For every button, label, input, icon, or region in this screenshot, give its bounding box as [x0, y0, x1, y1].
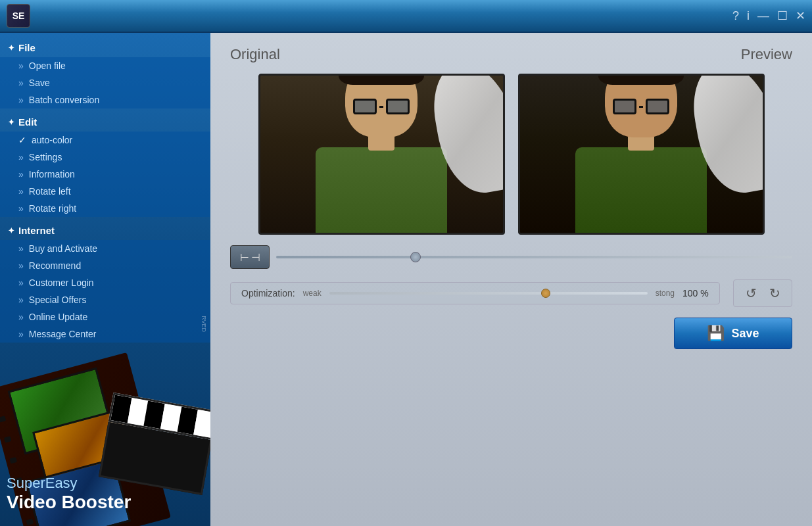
sidebar-item-buy-activate[interactable]: » Buy and Activate [0, 240, 210, 257]
save-label: Save [731, 327, 759, 341]
optimization-row: Optimization: weak stong 100 % ↺ ↻ [224, 279, 799, 307]
app-logo: SE [7, 4, 30, 28]
check-icon: ✓ [18, 135, 26, 145]
menu-items-file: » Open file » Save » Batch conversion [0, 57, 210, 108]
original-video-panel [258, 74, 505, 235]
sidebar-item-label: Information [29, 169, 75, 179]
sidebar-item-label: Rotate left [29, 186, 71, 197]
redo-button[interactable]: ↻ [764, 284, 785, 302]
bullet-icon: » [18, 95, 24, 105]
optimization-percent: 100 % [682, 288, 709, 299]
info-button[interactable]: i [747, 10, 750, 22]
optimization-slider-thumb[interactable] [541, 289, 550, 298]
sidebar-item-label: Rotate right [29, 203, 76, 214]
title-bar-left: SE [7, 4, 30, 28]
sidebar-item-open-file[interactable]: » Open file [0, 57, 210, 74]
undo-button[interactable]: ↺ [740, 284, 761, 302]
bullet-icon: » [18, 295, 24, 305]
sidebar-item-label: Batch conversion [29, 95, 99, 105]
chevron-icon: ✦ [8, 43, 14, 53]
save-row: 💾 Save [224, 318, 799, 349]
sidebar-item-label: Buy and Activate [29, 243, 97, 254]
brand-product: Video Booster [7, 492, 131, 513]
bullet-icon: » [18, 260, 24, 271]
menu-section-edit: ✦ Edit ✓ auto-color » Settings » Informa… [0, 112, 210, 217]
optimization-slider-track[interactable] [329, 292, 648, 295]
crop-left-icon: ⊢ [240, 251, 249, 264]
save-button[interactable]: 💾 Save [674, 318, 792, 349]
bullet-icon: » [18, 277, 24, 288]
menu-header-internet[interactable]: ✦ Internet [0, 221, 210, 240]
content-area: Original Preview [210, 33, 812, 526]
title-bar-controls: ? i — ☐ ✕ [732, 10, 805, 22]
optimization-label: Optimization: [241, 288, 295, 299]
video-panels [224, 74, 799, 235]
bullet-icon: » [18, 243, 24, 254]
chevron-icon: ✦ [8, 118, 14, 127]
preview-header: Original Preview [224, 46, 799, 63]
original-label: Original [230, 46, 280, 63]
sidebar-item-customer-login[interactable]: » Customer Login [0, 274, 210, 291]
sidebar-item-label: Save [29, 78, 50, 88]
optimization-weak-label: weak [303, 289, 322, 298]
menu-internet-label: Internet [18, 225, 55, 236]
menu-edit-label: Edit [18, 116, 37, 128]
brand-text: SuperEasy Video Booster [7, 475, 131, 513]
preview-video-content [520, 76, 763, 233]
sidebar-item-label: Customer Login [29, 277, 94, 288]
sidebar-item-recommend[interactable]: » Recommend [0, 257, 210, 274]
menu-header-edit[interactable]: ✦ Edit [0, 112, 210, 132]
bullet-icon: » [18, 60, 24, 71]
sidebar-item-rotate-right[interactable]: » Rotate right [0, 200, 210, 217]
undo-redo-box: ↺ ↻ [733, 279, 792, 307]
maximize-button[interactable]: ☐ [777, 10, 788, 22]
bullet-icon: » [18, 152, 24, 162]
sidebar-item-rotate-left[interactable]: » Rotate left [0, 183, 210, 200]
timeline-slider-container[interactable] [276, 245, 792, 269]
optimization-box: Optimization: weak stong 100 % [230, 282, 720, 304]
sidebar-item-settings[interactable]: » Settings [0, 149, 210, 166]
sidebar-item-label: auto-color [32, 135, 72, 145]
title-bar: SE ? i — ☐ ✕ [0, 0, 812, 33]
chevron-icon: ✦ [8, 226, 14, 235]
minimize-button[interactable]: — [757, 10, 769, 22]
sidebar-bottom: © SUPEREASY GMBH & CO. KG ALL RIGHTS RES… [0, 316, 210, 526]
bullet-icon: » [18, 186, 24, 197]
main-container: ✦ File » Open file » Save » Batch conver… [0, 33, 812, 526]
brand-supereasy: SuperEasy [7, 475, 131, 492]
preview-video-panel [518, 74, 765, 235]
sidebar-item-information[interactable]: » Information [0, 166, 210, 183]
sidebar: ✦ File » Open file » Save » Batch conver… [0, 33, 210, 526]
sidebar-item-special-offers[interactable]: » Special Offers [0, 291, 210, 308]
timeline-slider-track [276, 256, 792, 258]
bullet-icon: » [18, 78, 24, 88]
optimization-strong-label: stong [656, 289, 675, 298]
bullet-icon: » [18, 203, 24, 214]
controls-bar: ⊢ ⊣ [224, 245, 799, 269]
copyright-text: © SUPEREASY GMBH & CO. KG ALL RIGHTS RES… [201, 316, 207, 332]
crop-button[interactable]: ⊢ ⊣ [230, 245, 270, 269]
menu-items-edit: ✓ auto-color » Settings » Information » … [0, 132, 210, 217]
close-button[interactable]: ✕ [796, 10, 805, 22]
crop-right-icon: ⊣ [251, 251, 260, 264]
sidebar-item-batch-conversion[interactable]: » Batch conversion [0, 91, 210, 108]
preview-label: Preview [741, 46, 792, 63]
sidebar-item-label: Recommend [29, 260, 81, 271]
menu-header-file[interactable]: ✦ File [0, 38, 210, 57]
menu-section-file: ✦ File » Open file » Save » Batch conver… [0, 38, 210, 108]
menu-file-label: File [18, 42, 36, 53]
sidebar-item-save[interactable]: » Save [0, 74, 210, 91]
sidebar-item-label: Special Offers [29, 295, 87, 305]
save-icon: 💾 [707, 325, 725, 342]
timeline-slider-thumb[interactable] [410, 252, 421, 262]
sidebar-item-label: Settings [29, 152, 62, 162]
sidebar-item-auto-color[interactable]: ✓ auto-color [0, 132, 210, 149]
bullet-icon: » [18, 169, 24, 179]
sidebar-item-label: Open file [29, 60, 66, 71]
original-video-content [260, 76, 503, 233]
help-button[interactable]: ? [732, 10, 739, 22]
